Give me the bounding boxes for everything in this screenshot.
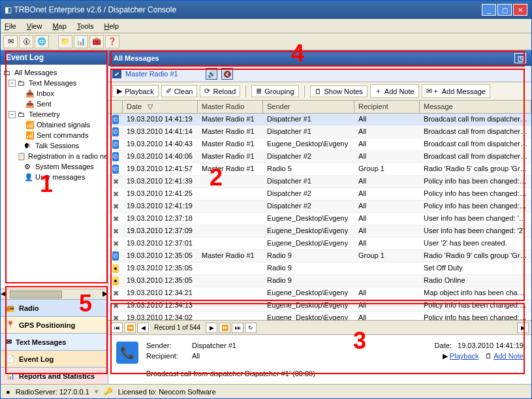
table-row[interactable]: ✖19.03.2010 12:37:18Eugene_Desktop\Evgen…: [108, 213, 531, 225]
log-icon: 📄: [6, 355, 15, 363]
cell-recipient: All: [354, 188, 420, 200]
tool-7[interactable]: ❓: [105, 35, 119, 48]
add-message-button[interactable]: ✉＋ Add Message: [422, 84, 490, 98]
col-date[interactable]: Date ▽: [123, 101, 198, 113]
table-row[interactable]: ✆19.03.2010 14:40:06Master Radio #1Dispa…: [108, 151, 531, 163]
table-row[interactable]: ✆19.03.2010 14:41:14Master Radio #1Dispa…: [108, 126, 531, 138]
table-row[interactable]: ●19.03.2010 12:35:05Radio 9Set Off Duty: [108, 263, 531, 275]
detail-add-note-link[interactable]: Add Note: [493, 352, 524, 360]
nav-scroll-right[interactable]: ▶: [517, 323, 529, 333]
col-sender[interactable]: Sender: [263, 101, 354, 113]
cell-master: [198, 213, 263, 225]
playback-button[interactable]: ▶ Playback: [112, 85, 159, 97]
tool-6[interactable]: 🧰: [89, 35, 104, 48]
tree-sent[interactable]: 📤Sent: [1, 99, 108, 109]
recipient-value: All: [192, 352, 236, 361]
cell-master: Master Radio #1: [198, 126, 263, 138]
cell-date: 19.03.2010 12:41:57: [123, 163, 198, 175]
cell-date: 19.03.2010 12:37:01: [123, 238, 198, 249]
nav-nextpage[interactable]: ⏩: [219, 323, 230, 333]
menu-map[interactable]: Map: [52, 22, 66, 30]
tree-sent-cmds[interactable]: 📶Sent commands: [1, 130, 108, 140]
table-row[interactable]: ✖19.03.2010 12:34:21Eugene_Desktop\Evgen…: [108, 287, 531, 300]
tool-5[interactable]: 📊: [74, 35, 88, 48]
nav-next[interactable]: ▶: [206, 323, 217, 333]
table-row[interactable]: ✆19.03.2010 12:41:57Master Radio #1Radio…: [108, 163, 531, 176]
menu-tools[interactable]: Tools: [77, 22, 94, 30]
nav-prevpage[interactable]: ⏪: [124, 323, 136, 333]
cell-message: Broadcast call from dispatcher 'Dispatch…: [420, 126, 531, 138]
action-bar: ▶ Playback ✐ Clean ⟳ Reload ≣ Grouping 🗒…: [108, 82, 531, 101]
sound-mute-button[interactable]: 🔇: [221, 68, 233, 80]
nav-prev[interactable]: ◀: [137, 323, 149, 333]
minimize-button[interactable]: _: [482, 4, 496, 16]
nav-first[interactable]: ⏮: [111, 323, 123, 333]
cell-date: 19.03.2010 12:37:09: [123, 225, 198, 237]
row-icon: ✆: [108, 138, 123, 150]
nav-gps[interactable]: 📍GPS Positioning: [1, 316, 108, 333]
row-icon: ●: [108, 263, 123, 274]
menu-view[interactable]: View: [27, 22, 42, 30]
tree-all-messages[interactable]: 🗀All Messages: [1, 67, 108, 78]
tree-inbox[interactable]: 📥Inbox: [1, 88, 108, 99]
tree-text-messages[interactable]: −🗀Text Messages: [1, 78, 108, 88]
add-note-button[interactable]: ＋ Add Note: [370, 84, 419, 98]
tree-telemetry[interactable]: −🗀Telemetry: [1, 109, 108, 120]
clean-button[interactable]: ✐ Clean: [161, 85, 198, 97]
mail-icon: ✉: [6, 338, 12, 346]
table-row[interactable]: ✖19.03.2010 12:41:39Dispatcher #1AllPoli…: [108, 176, 531, 188]
cell-recipient: [354, 275, 420, 287]
cell-master: Master Radio #1: [198, 114, 263, 125]
menubar: File View Map Tools Help: [1, 19, 531, 33]
table-row[interactable]: ✖19.03.2010 12:37:09Eugene_Desktop\Evgen…: [108, 225, 531, 238]
nav-last[interactable]: ⏭: [232, 323, 243, 333]
table-row[interactable]: ✖19.03.2010 12:41:25Dispatcher #2AllPoli…: [108, 188, 531, 200]
grouping-button[interactable]: ≣ Grouping: [251, 85, 298, 97]
table-row[interactable]: ✆19.03.2010 12:35:05Master Radio #1Radio…: [108, 250, 531, 263]
nav-radio[interactable]: 📻Radio: [1, 299, 108, 316]
table-row[interactable]: ✖19.03.2010 12:37:01Eugene_Desktop\Evgen…: [108, 238, 531, 250]
tool-3[interactable]: 🌐: [35, 35, 49, 48]
radio-check[interactable]: ✔: [112, 69, 121, 78]
table-row[interactable]: ●19.03.2010 12:35:05Radio 9Radio Online: [108, 275, 531, 287]
detail-playback-link[interactable]: Playback: [450, 352, 479, 360]
event-tree[interactable]: 🗀All Messages −🗀Text Messages 📥Inbox 📤Se…: [1, 65, 108, 289]
nav-refresh[interactable]: ↻: [245, 323, 257, 333]
sound-on-button[interactable]: 🔊: [206, 68, 217, 80]
tree-talk[interactable]: 🗣Talk Sessions: [1, 140, 108, 151]
tool-1[interactable]: ✉: [3, 35, 18, 48]
tree-obtained[interactable]: 📶Obtained signals: [1, 120, 108, 130]
cell-recipient: All: [354, 225, 420, 237]
radio-name[interactable]: Master Radio #1: [125, 70, 178, 78]
tree-hscroll[interactable]: ◀▶: [1, 289, 108, 299]
cell-message: Broadcast call from dispatcher 'Dispatch…: [420, 114, 531, 125]
menu-file[interactable]: File: [5, 22, 16, 30]
tree-registration[interactable]: 📋Registration in a radio netw: [1, 151, 108, 161]
col-message[interactable]: Message: [420, 101, 531, 113]
label: Add Note: [384, 88, 415, 95]
grid-rows[interactable]: ✆19.03.2010 14:41:19Master Radio #1Dispa…: [108, 114, 531, 320]
show-notes-button[interactable]: 🗒 Show Notes: [310, 86, 368, 97]
tree-system[interactable]: ⚙System Messages: [1, 161, 108, 172]
header-toggle-button[interactable]: ◳: [514, 53, 526, 63]
nav-text[interactable]: ✉Text Messages: [1, 333, 108, 350]
col-master[interactable]: Master Radio: [198, 101, 263, 113]
label: User messages: [35, 173, 85, 181]
table-row[interactable]: ✖19.03.2010 12:41:19Dispatcher #2AllPoli…: [108, 200, 531, 213]
nav-event[interactable]: 📄Event Log: [1, 350, 108, 367]
reload-button[interactable]: ⟳ Reload: [200, 85, 240, 97]
tool-2[interactable]: 🛈: [19, 35, 33, 48]
close-button[interactable]: ✕: [513, 4, 527, 16]
maximize-button[interactable]: ▢: [497, 4, 512, 16]
row-icon: ✖: [108, 300, 123, 311]
menu-help[interactable]: Help: [104, 22, 119, 30]
tree-user-msgs[interactable]: 👤User messages: [1, 172, 108, 182]
nav-reports[interactable]: 📊Reports and Statistics: [1, 367, 108, 384]
tool-4[interactable]: 📁: [58, 35, 72, 48]
col-recipient[interactable]: Recipient: [354, 101, 420, 113]
table-row[interactable]: ✆19.03.2010 14:41:19Master Radio #1Dispa…: [108, 114, 531, 126]
table-row[interactable]: ✖19.03.2010 12:34:13Eugene_Desktop\Evgen…: [108, 300, 531, 312]
table-row[interactable]: ✆19.03.2010 14:40:43Master Radio #1Eugen…: [108, 138, 531, 151]
table-row[interactable]: ✖19.03.2010 12:34:02Eugene_Desktop\Evgen…: [108, 312, 531, 320]
cell-date: 19.03.2010 12:34:02: [123, 312, 198, 320]
